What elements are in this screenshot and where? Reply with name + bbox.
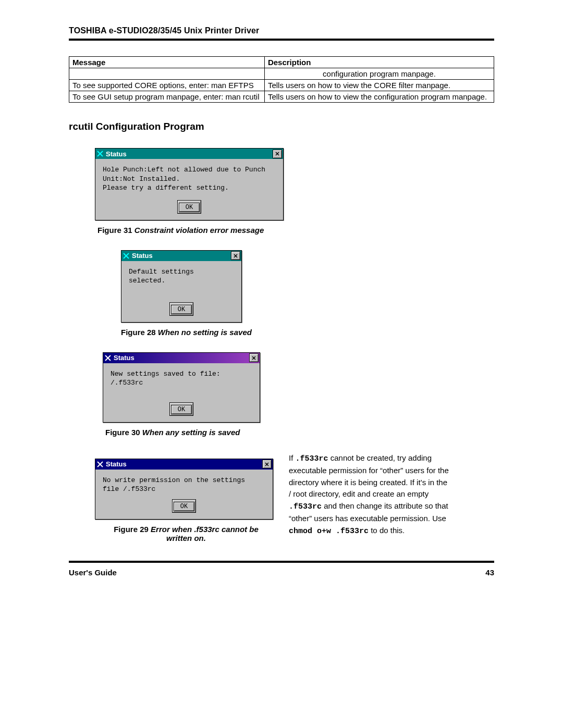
ok-button[interactable]: OK (179, 203, 200, 212)
dialog-title: Status (106, 150, 273, 158)
footer-rule (69, 561, 494, 563)
section-heading: rcutil Configuration Program (69, 121, 494, 132)
app-icon (104, 354, 112, 362)
dialog-message: Hole Punch:Left not allowed due to Punch… (95, 159, 283, 197)
titlebar: Status (121, 251, 241, 261)
cell-msg (69, 68, 265, 80)
app-icon (96, 461, 104, 468)
dialog-title: Status (114, 354, 249, 362)
dialog-title: Status (132, 252, 231, 260)
dialog-figure-28: Status Default settings selected. OK (121, 250, 494, 323)
cell-desc: Tells users on how to view the CORE filt… (264, 80, 494, 91)
ok-button-frame: OK (172, 499, 196, 513)
ok-button-frame: OK (169, 402, 193, 416)
button-row: OK (121, 299, 241, 322)
table-row: To see supported CORE options, enter: ma… (69, 80, 494, 91)
page-header: TOSHIBA e-STUDIO28/35/45 Unix Printer Dr… (69, 26, 494, 35)
ok-button-frame: OK (169, 302, 193, 316)
status-dialog: Status No write permission on the settin… (95, 459, 273, 520)
ok-button[interactable]: OK (171, 305, 192, 314)
dialog-message: New settings saved to file: /.f533rc (103, 363, 260, 399)
col-message: Message (69, 57, 265, 68)
footer: User's Guide 43 (69, 568, 494, 577)
dialog-message: No write permission on the settings file… (95, 470, 273, 496)
figure-caption: Figure 31 Constraint violation error mes… (97, 226, 494, 235)
help-paragraph: If .f533rc cannot be created, try adding… (289, 452, 450, 538)
close-button[interactable] (231, 251, 240, 260)
header-rule (69, 39, 494, 41)
page-number: 43 (485, 568, 494, 577)
dialog-figure-29: Status No write permission on the settin… (95, 459, 273, 520)
cell-desc: configuration program manpage. (264, 68, 494, 80)
cell-msg: To see supported CORE options, enter: ma… (69, 80, 265, 91)
ok-button-frame: OK (177, 200, 201, 214)
page: TOSHIBA e-STUDIO28/35/45 Unix Printer Dr… (0, 0, 563, 598)
titlebar: Status (95, 459, 273, 470)
status-dialog: Status Default settings selected. OK (121, 250, 242, 323)
col-description: Description (264, 57, 494, 68)
ok-button[interactable]: OK (171, 405, 192, 414)
cell-desc: Tells users on how to view the configura… (264, 91, 494, 103)
message-table: Message Description configuration progra… (69, 56, 494, 103)
table-row: To see GUI setup program manpage, enter:… (69, 91, 494, 103)
table-row: configuration program manpage. (69, 68, 494, 80)
status-dialog: Status Hole Punch:Left not allowed due t… (95, 148, 284, 220)
dialog-figure-30: Status New settings saved to file: /.f53… (103, 352, 494, 423)
cell-msg: To see GUI setup program manpage, enter:… (69, 91, 265, 103)
titlebar: Status (95, 149, 283, 159)
dialog-title: Status (106, 460, 262, 468)
figure-caption: Figure 30 When any setting is saved (105, 428, 494, 437)
ok-button[interactable]: OK (174, 502, 194, 511)
button-row: OK (95, 197, 283, 220)
close-button[interactable] (262, 460, 272, 468)
button-row: OK (103, 399, 260, 422)
figure-caption: Figure 29 Error when .f533rc cannot be w… (100, 525, 272, 542)
figure-caption: Figure 28 When no setting is saved (121, 328, 494, 337)
button-row: OK (95, 496, 273, 519)
status-dialog: Status New settings saved to file: /.f53… (103, 352, 260, 423)
close-button[interactable] (273, 150, 282, 158)
close-button[interactable] (249, 353, 259, 362)
dialog-figure-31: Status Hole Punch:Left not allowed due t… (95, 148, 494, 220)
app-icon (96, 150, 104, 157)
footer-left: User's Guide (69, 568, 117, 577)
dialog-message: Default settings selected. (121, 261, 241, 299)
bottom-row: Status No write permission on the settin… (69, 452, 494, 542)
titlebar: Status (103, 353, 260, 363)
app-icon (123, 252, 130, 260)
